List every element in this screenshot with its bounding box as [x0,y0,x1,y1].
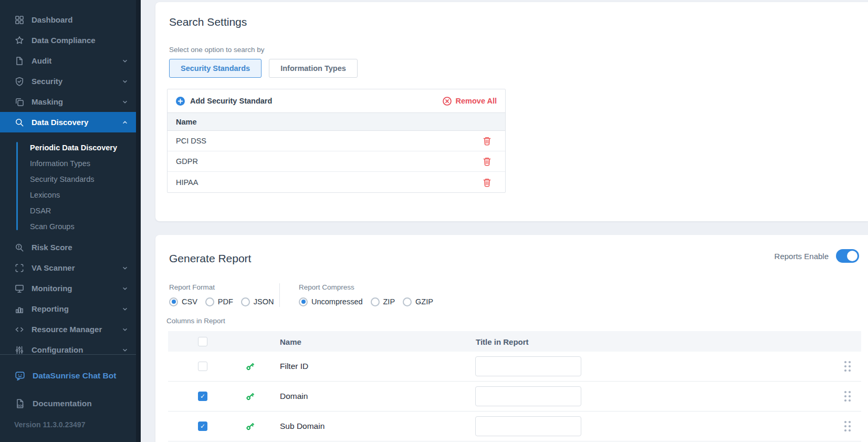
column-row-domain: Domain [168,382,861,412]
search-by-toggle-group: Security Standards Information Types [169,59,358,78]
key-icon [245,422,255,431]
sidebar-item-security[interactable]: Security [0,71,141,91]
reports-enable-toggle[interactable] [836,249,859,263]
radio-uncompressed[interactable]: Uncompressed [299,297,363,306]
delete-row-button[interactable] [483,178,491,187]
title-in-report-input[interactable] [475,386,581,406]
tab-security-standards[interactable]: Security Standards [169,59,262,78]
radio-pdf[interactable]: PDF [205,297,233,306]
radio-label: GZIP [415,297,433,306]
generate-report-title: Generate Report [169,252,251,265]
drag-handle[interactable] [844,421,851,431]
radio-icon [241,297,250,306]
chevron-down-icon [122,265,128,271]
table-row: GDPR [168,151,505,172]
row-checkbox[interactable] [198,362,207,371]
sidebar-item-reporting[interactable]: Reporting [0,299,141,319]
column-row-sub-domain: Sub Domain [168,412,861,441]
report-compress-radios: Uncompressed ZIP GZIP [299,296,433,307]
radio-label: CSV [182,297,197,306]
title-in-report-input[interactable] [475,416,581,436]
sliders-icon [14,345,25,355]
delete-row-button[interactable] [483,136,491,146]
column-name: Filter ID [280,362,308,371]
standard-name: HIPAA [176,178,198,187]
scanner-icon [14,263,25,273]
star-icon [14,35,25,46]
column-header-name: Name [280,337,301,346]
drag-handle[interactable] [844,391,851,402]
add-security-standard-button[interactable]: Add Security Standard [176,97,272,106]
sidebar-item-risk-score[interactable]: Risk Score [0,237,141,258]
trash-icon [483,157,491,166]
sidebar-item-masking[interactable]: Masking [0,91,141,112]
chat-bot-icon [14,370,26,382]
documentation-label: Documentation [33,399,92,408]
radio-json[interactable]: JSON [241,297,274,306]
report-compress-label: Report Compress [299,283,433,291]
chat-bot-label: DataSunrise Chat Bot [33,371,116,381]
sidebar-subitem-periodic-data-discovery[interactable]: Periodic Data Discovery [0,140,141,156]
tab-information-types[interactable]: Information Types [269,59,358,78]
select-all-checkbox[interactable] [198,337,207,346]
sidebar-item-label: VA Scanner [32,263,75,272]
columns-table: Name Title in Report Filter ID Domain [168,331,861,441]
sidebar-item-label: Risk Score [32,243,72,252]
sidebar-subitem-information-types[interactable]: Information Types [0,156,141,171]
table-header-name: Name [168,112,505,131]
remove-all-button[interactable]: Remove All [443,97,497,106]
sidebar: Dashboard Data Compliance Audit Security [0,0,141,442]
sidebar-item-va-scanner[interactable]: VA Scanner [0,258,141,278]
sidebar-item-documentation[interactable]: DOC Documentation [0,395,136,413]
columns-table-header: Name Title in Report [168,331,861,352]
chevron-down-icon [122,99,128,105]
sidebar-item-configuration[interactable]: Configuration [0,340,141,355]
radio-label: Uncompressed [311,297,363,306]
sidebar-item-dashboard[interactable]: Dashboard [0,9,141,30]
sidebar-subitem-security-standards[interactable]: Security Standards [0,171,141,187]
drag-handle[interactable] [844,361,851,372]
title-in-report-input[interactable] [475,356,581,376]
sidebar-item-monitoring[interactable]: Monitoring [0,278,141,299]
tab-label: Information Types [280,64,346,73]
sidebar-item-data-compliance[interactable]: Data Compliance [0,30,141,50]
data-discovery-submenu: Periodic Data Discovery Information Type… [0,132,141,234]
columns-in-report-label: Columns in Report [166,317,225,325]
masking-icon [14,97,25,107]
subitem-label: Periodic Data Discovery [30,143,117,152]
remove-all-label: Remove All [456,97,497,105]
chevron-down-icon [122,58,128,64]
radio-gzip[interactable]: GZIP [403,297,433,306]
chevron-down-icon [122,78,128,85]
radio-icon [169,297,178,306]
sidebar-item-data-discovery[interactable]: Data Discovery [0,112,141,132]
tab-label: Security Standards [181,64,250,73]
sidebar-subitem-dsar[interactable]: DSAR [0,203,141,219]
trash-icon [483,136,491,146]
trash-icon [483,178,491,187]
radio-zip[interactable]: ZIP [371,297,395,306]
sidebar-item-audit[interactable]: Audit [0,50,141,71]
sidebar-item-label: Resource Manager [32,325,102,334]
sidebar-scroll-area: Dashboard Data Compliance Audit Security [0,0,141,355]
search-settings-card: Search Settings Select one option to sea… [155,2,868,221]
bar-chart-icon [14,304,25,314]
options-divider [279,283,280,307]
standard-name: GDPR [176,157,198,166]
add-security-standard-label: Add Security Standard [190,97,272,105]
sidebar-item-label: Dashboard [32,15,72,24]
risk-score-icon [14,242,25,253]
sidebar-item-chat-bot[interactable]: DataSunrise Chat Bot [0,367,136,385]
subitem-label: DSAR [30,207,51,215]
row-checkbox[interactable] [198,422,207,431]
subitem-label: Information Types [30,159,90,168]
sidebar-item-resource-manager[interactable]: Resource Manager [0,319,141,340]
subitem-label: Security Standards [30,175,95,183]
sidebar-subitem-scan-groups[interactable]: Scan Groups [0,219,141,234]
delete-row-button[interactable] [483,157,491,166]
version-label: Version 11.3.0.23497 [14,420,85,429]
dashboard-icon [14,15,25,25]
sidebar-subitem-lexicons[interactable]: Lexicons [0,187,141,203]
row-checkbox[interactable] [198,392,207,401]
radio-csv[interactable]: CSV [169,297,197,306]
